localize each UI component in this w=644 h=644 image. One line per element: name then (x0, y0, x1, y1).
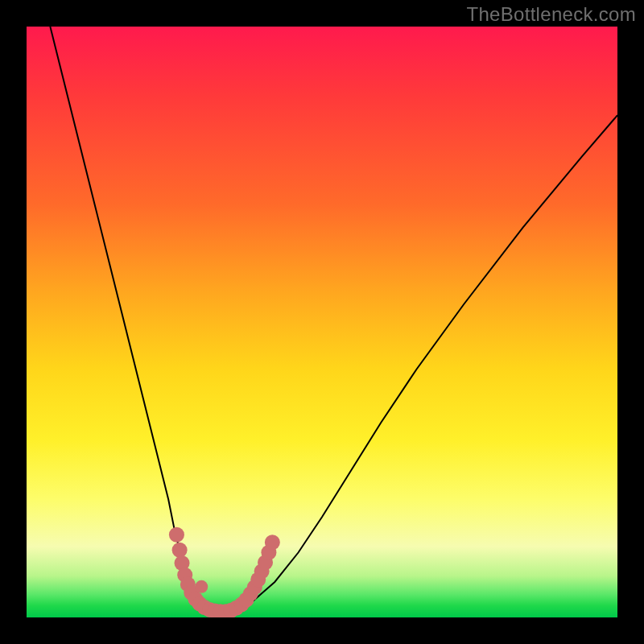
chart-container: TheBottleneck.com (0, 0, 644, 644)
trough-dot (169, 527, 184, 543)
extra-dot (195, 580, 208, 593)
watermark-text: TheBottleneck.com (466, 3, 636, 26)
extra-dot-group (195, 580, 208, 593)
trough-dot (265, 535, 280, 550)
plot-area (27, 27, 617, 617)
chart-svg (27, 27, 617, 617)
bottleneck-curve-line (50, 27, 617, 612)
trough-dot (172, 543, 188, 558)
trough-dot-group (169, 527, 280, 617)
